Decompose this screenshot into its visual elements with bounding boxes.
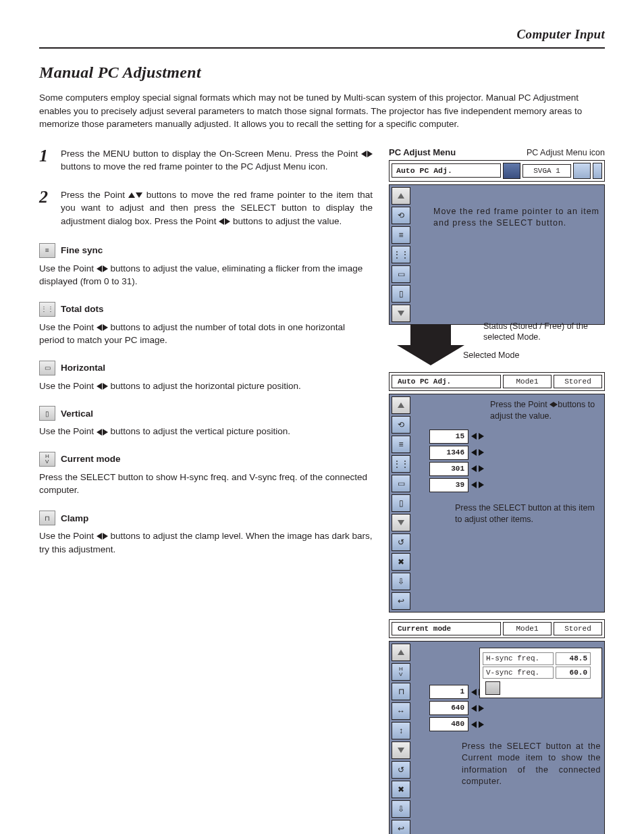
scroll-up-icon[interactable]: [392, 396, 410, 414]
total-dots-head: ⋮⋮ Total dots: [39, 302, 373, 317]
menu-top-icon-2[interactable]: [573, 163, 591, 179]
value-row-4: 39: [414, 477, 602, 493]
adjust-lr-icon[interactable]: [471, 465, 484, 472]
point-lr-icon: [219, 218, 230, 225]
clamp-body-a: Use the Point: [39, 531, 97, 541]
vertical-body-b: buttons to adjust the vertical picture p…: [111, 426, 290, 436]
menu-item-store[interactable]: ⇩: [392, 800, 410, 818]
vertical-icon: ▯: [39, 406, 55, 421]
status-bar-3: Current mode Mode1 Stored: [389, 619, 605, 638]
vsync-label: V-sync freq.: [483, 667, 554, 679]
value-row-disp-h: 640: [414, 700, 602, 716]
step-2-text: Press the Point buttons to move the red …: [61, 188, 373, 228]
vsync-row: V-sync freq.60.0: [483, 667, 599, 679]
scroll-up-icon[interactable]: [392, 644, 410, 661]
step-1-text-a: Press the MENU button to display the On-…: [61, 149, 361, 159]
step-1-text-b: buttons to move the red frame pointer to…: [61, 161, 327, 172]
clamp-title: Clamp: [61, 513, 88, 523]
menu-item-reset[interactable]: ↺: [392, 533, 410, 551]
section-header: Computer Input: [39, 27, 605, 42]
value-vertical: 39: [429, 478, 468, 492]
menu-item-mode-free[interactable]: ✖: [392, 781, 410, 798]
menu-item-quit[interactable]: ↩: [392, 820, 410, 834]
value-row-disp-v: 480: [414, 716, 602, 733]
adjust-lr-icon[interactable]: [471, 481, 484, 488]
value-row-1: 15: [414, 428, 602, 444]
horizontal-head: ▭ Horizontal: [39, 361, 373, 375]
menu-item-store[interactable]: ⇩: [392, 573, 410, 590]
pc-adjust-menu-label: PC Adjust Menu: [389, 147, 456, 157]
total-dots-body-a: Use the Point: [39, 322, 97, 332]
step-2-number: 2: [39, 188, 51, 228]
current-mode-head: HV Current mode: [39, 452, 373, 467]
point-lr-icon: [97, 324, 108, 331]
point-lr-icon: [361, 151, 373, 157]
scroll-down-icon[interactable]: [392, 305, 410, 322]
vertical-body-a: Use the Point: [39, 426, 97, 436]
step-1: 1 Press the MENU button to display the O…: [39, 147, 373, 174]
arrow-down-icon: [397, 325, 464, 365]
menu-top-label: Auto PC Adj.: [392, 163, 501, 178]
hsync-label: H-sync freq.: [483, 652, 554, 665]
vertical-body: Use the Point buttons to adjust the vert…: [39, 425, 373, 438]
value-display-h: 640: [429, 701, 468, 715]
menu-item-auto-pc[interactable]: ⟲: [392, 207, 410, 224]
menu-item-mode-free[interactable]: ✖: [392, 553, 410, 571]
adjust-lr-icon[interactable]: [471, 705, 484, 712]
freq-quit-icon[interactable]: [485, 681, 500, 695]
menu-top-icon-3[interactable]: [593, 163, 602, 179]
menu-item-vertical[interactable]: ▯: [392, 494, 410, 512]
menu-panel-3-sidebar: HV ⊓ ↔ ↕ ↺ ✖ ⇩ ↩: [392, 644, 410, 834]
adjust-lr-icon[interactable]: [471, 433, 484, 440]
adjust-lr-icon[interactable]: [471, 721, 484, 728]
step-1-text: Press the MENU button to display the On-…: [61, 147, 373, 174]
menu-item-fine-sync[interactable]: ≡: [392, 436, 410, 453]
menu-item-quit[interactable]: ↩: [392, 592, 410, 610]
menu-top-icon-selected[interactable]: [503, 163, 520, 179]
point-ud-icon: [128, 192, 142, 198]
menu-top-mode: SVGA 1: [522, 164, 571, 178]
menu-panel-3: HV ⊓ ↔ ↕ ↺ ✖ ⇩ ↩ H-sync freq.48.5 V-sync…: [389, 641, 605, 834]
scroll-down-icon[interactable]: [392, 741, 410, 759]
value-total-dots: 1346: [429, 446, 468, 460]
vertical-head: ▯ Vertical: [39, 406, 373, 421]
menu-item-auto-pc[interactable]: ⟲: [392, 416, 410, 434]
total-dots-title: Total dots: [61, 304, 104, 314]
clamp-icon: ⊓: [39, 511, 55, 525]
clamp-head: ⊓ Clamp: [39, 511, 373, 525]
status-label: Status (Stored / Free) of the selected M…: [483, 321, 598, 343]
menu-item-total-dots[interactable]: ⋮⋮: [392, 455, 410, 473]
value-row-2: 1346: [414, 444, 602, 461]
value-fine-sync: 15: [429, 429, 468, 444]
menu-item-horizontal[interactable]: ▭: [392, 265, 410, 283]
menu-item-display-area-h[interactable]: ↔: [392, 702, 410, 720]
value-row-3: 301: [414, 461, 602, 477]
header-rule: [39, 47, 605, 49]
annotation-1: Move the red frame pointer to an item an…: [414, 187, 602, 229]
menu-top-bar: Auto PC Adj. SVGA 1: [389, 160, 605, 182]
horizontal-body: Use the Point buttons to adjust the hori…: [39, 380, 373, 393]
menu-item-vertical[interactable]: ▯: [392, 285, 410, 303]
horizontal-body-b: buttons to adjust the horizontal picture…: [111, 381, 301, 391]
annotation-4: Press the SELECT button at the Current m…: [414, 733, 602, 788]
menu-item-current-mode[interactable]: HV: [392, 663, 410, 681]
menu-item-horizontal[interactable]: ▭: [392, 475, 410, 492]
point-lr-icon: [97, 533, 108, 540]
status-main-2: Auto PC Adj.: [392, 375, 501, 388]
scroll-up-icon[interactable]: [392, 187, 410, 205]
scroll-down-icon[interactable]: [392, 514, 410, 531]
status-mode-2: Mode1: [503, 375, 552, 388]
status-mode-3: Mode1: [503, 622, 552, 635]
fine-sync-body: Use the Point buttons to adjust the valu…: [39, 262, 373, 288]
point-lr-icon: [97, 429, 108, 436]
hsync-value: 48.5: [556, 652, 591, 665]
menu-item-total-dots[interactable]: ⋮⋮: [392, 246, 410, 263]
menu-item-fine-sync[interactable]: ≡: [392, 226, 410, 244]
point-lr-icon: [97, 265, 108, 272]
total-dots-body: Use the Point buttons to adjust the numb…: [39, 321, 373, 347]
adjust-lr-icon[interactable]: [471, 449, 484, 456]
menu-panel-2: ⟲ ≡ ⋮⋮ ▭ ▯ ↺ ✖ ⇩ ↩ Press the Point butto…: [389, 394, 605, 613]
menu-item-display-area-v[interactable]: ↕: [392, 722, 410, 739]
menu-item-clamp[interactable]: ⊓: [392, 683, 410, 700]
menu-item-reset[interactable]: ↺: [392, 761, 410, 779]
